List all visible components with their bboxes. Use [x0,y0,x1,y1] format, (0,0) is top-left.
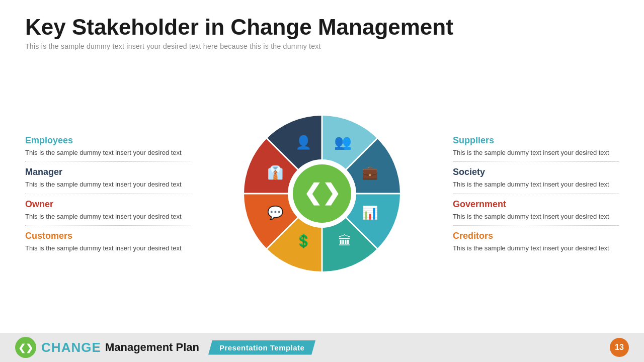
footer-management-label: Management Plan [105,341,199,354]
stakeholder-title-employees: Employees [25,135,191,146]
stakeholder-item-suppliers: SuppliersThis is the sample dummy text i… [453,130,619,162]
stakeholder-wheel: ❮❯ 👥 💼 📊 🏛 💲 [234,106,410,282]
stakeholder-item-government: GovernmentThis is the sample dummy text … [453,194,619,226]
wheel-container: ❮❯ 👥 💼 📊 🏛 💲 [234,106,410,282]
footer-template-badge: Presentation Template [208,340,315,355]
stakeholder-text-employees: This is the sample dummy text insert you… [25,148,191,158]
stakeholder-item-customers: CustomersThis is the sample dummy text i… [25,226,191,257]
footer: ❮❯ CHANGE Management Plan Presentation T… [0,333,644,362]
footer-change-label: CHANGE [41,340,101,355]
stakeholder-title-manager: Manager [25,167,191,177]
svg-text:💬: 💬 [267,205,284,221]
stakeholder-item-manager: ManagerThis is the sample dummy text ins… [25,162,191,194]
svg-text:👔: 👔 [267,164,284,180]
stakeholder-title-customers: Customers [25,231,191,241]
stakeholder-title-society: Society [453,167,619,177]
stakeholder-text-customers: This is the sample dummy text insert you… [25,243,191,253]
stakeholder-title-suppliers: Suppliers [453,135,619,146]
stakeholder-text-suppliers: This is the sample dummy text insert you… [453,148,619,158]
left-column: EmployeesThis is the sample dummy text i… [25,130,191,257]
right-column: SuppliersThis is the sample dummy text i… [453,130,619,257]
slide-subtitle: This is the sample dummy text insert you… [25,42,619,50]
stakeholder-title-creditors: Creditors [453,231,619,241]
center-wheel: ❮❯ 👥 💼 📊 🏛 💲 [191,106,453,282]
stakeholder-item-employees: EmployeesThis is the sample dummy text i… [25,130,191,162]
stakeholder-text-creditors: This is the sample dummy text insert you… [453,243,619,253]
footer-page-number: 13 [610,338,629,357]
stakeholder-text-manager: This is the sample dummy text insert you… [25,179,191,190]
stakeholder-item-owner: OwnerThis is the sample dummy text inser… [25,194,191,226]
svg-text:❮❯: ❮❯ [19,343,32,353]
slide: Key Stakeholder in Change Management Thi… [0,0,644,362]
stakeholder-item-creditors: CreditorsThis is the sample dummy text i… [453,226,619,257]
stakeholder-text-owner: This is the sample dummy text insert you… [25,212,191,222]
stakeholder-item-society: SocietyThis is the sample dummy text ins… [453,162,619,194]
svg-text:📊: 📊 [362,205,378,221]
svg-text:❮❯: ❮❯ [303,180,341,206]
body-area: EmployeesThis is the sample dummy text i… [25,59,619,328]
slide-title: Key Stakeholder in Change Management [25,15,619,39]
svg-text:🏛: 🏛 [338,233,351,248]
stakeholder-title-government: Government [453,199,619,210]
main-content: Key Stakeholder in Change Management Thi… [0,0,644,333]
stakeholder-text-society: This is the sample dummy text insert you… [453,179,619,190]
svg-text:👤: 👤 [295,134,312,150]
footer-logo: ❮❯ [15,337,36,358]
stakeholder-title-owner: Owner [25,199,191,210]
footer-logo-icon: ❮❯ [19,341,32,354]
svg-text:💼: 💼 [362,164,378,180]
svg-text:💲: 💲 [295,233,312,249]
svg-text:👥: 👥 [334,134,352,150]
stakeholder-text-government: This is the sample dummy text insert you… [453,212,619,222]
